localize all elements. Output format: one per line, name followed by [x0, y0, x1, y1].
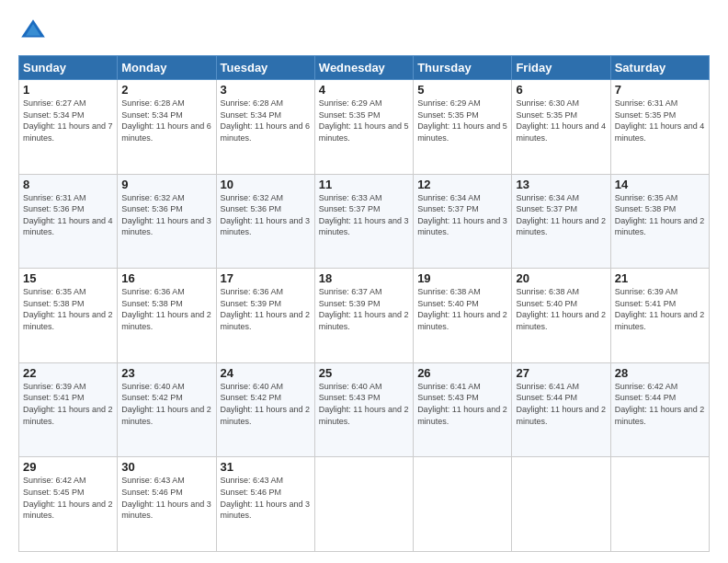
day-number: 20 — [516, 271, 606, 285]
calendar-cell — [314, 457, 413, 552]
day-info: Sunrise: 6:37 AMSunset: 5:39 PMDaylight:… — [319, 287, 409, 331]
weekday-header: Saturday — [610, 56, 709, 80]
calendar-cell: 16 Sunrise: 6:36 AMSunset: 5:38 PMDaylig… — [118, 269, 216, 363]
day-number: 22 — [23, 366, 113, 380]
calendar-cell: 29 Sunrise: 6:42 AMSunset: 5:45 PMDaylig… — [19, 457, 118, 552]
day-info: Sunrise: 6:29 AMSunset: 5:35 PMDaylight:… — [417, 98, 507, 143]
weekday-header: Friday — [512, 56, 610, 80]
day-number: 26 — [417, 366, 507, 380]
day-info: Sunrise: 6:39 AMSunset: 5:41 PMDaylight:… — [615, 287, 705, 331]
calendar-cell: 27 Sunrise: 6:41 AMSunset: 5:44 PMDaylig… — [512, 362, 610, 457]
day-info: Sunrise: 6:43 AMSunset: 5:46 PMDaylight:… — [221, 476, 311, 520]
calendar-cell: 13 Sunrise: 6:34 AMSunset: 5:37 PMDaylig… — [512, 174, 610, 269]
day-info: Sunrise: 6:27 AMSunset: 5:34 PMDaylight:… — [23, 98, 113, 143]
day-number: 7 — [615, 83, 705, 97]
page: SundayMondayTuesdayWednesdayThursdayFrid… — [0, 0, 728, 563]
calendar-cell: 7 Sunrise: 6:31 AMSunset: 5:35 PMDayligh… — [610, 80, 709, 175]
day-info: Sunrise: 6:42 AMSunset: 5:44 PMDaylight:… — [615, 382, 705, 426]
calendar-cell: 9 Sunrise: 6:32 AMSunset: 5:36 PMDayligh… — [118, 174, 216, 269]
day-info: Sunrise: 6:31 AMSunset: 5:35 PMDaylight:… — [615, 98, 705, 143]
calendar-table: SundayMondayTuesdayWednesdayThursdayFrid… — [18, 55, 710, 552]
calendar-cell: 15 Sunrise: 6:35 AMSunset: 5:38 PMDaylig… — [19, 269, 118, 363]
day-info: Sunrise: 6:33 AMSunset: 5:37 PMDaylight:… — [319, 193, 409, 237]
calendar-cell: 8 Sunrise: 6:31 AMSunset: 5:36 PMDayligh… — [19, 174, 118, 269]
day-info: Sunrise: 6:38 AMSunset: 5:40 PMDaylight:… — [417, 287, 507, 331]
day-number: 5 — [417, 83, 507, 97]
day-info: Sunrise: 6:34 AMSunset: 5:37 PMDaylight:… — [516, 193, 606, 237]
day-number: 16 — [121, 271, 211, 285]
day-info: Sunrise: 6:35 AMSunset: 5:38 PMDaylight:… — [615, 193, 705, 237]
day-info: Sunrise: 6:31 AMSunset: 5:36 PMDaylight:… — [23, 193, 113, 237]
day-number: 9 — [121, 178, 211, 191]
calendar-cell: 25 Sunrise: 6:40 AMSunset: 5:43 PMDaylig… — [314, 362, 413, 457]
calendar-week-row: 8 Sunrise: 6:31 AMSunset: 5:36 PMDayligh… — [19, 174, 710, 269]
calendar-cell: 21 Sunrise: 6:39 AMSunset: 5:41 PMDaylig… — [610, 269, 709, 363]
day-number: 12 — [417, 178, 507, 191]
day-number: 25 — [319, 366, 409, 380]
day-number: 13 — [516, 178, 606, 191]
day-info: Sunrise: 6:32 AMSunset: 5:36 PMDaylight:… — [121, 193, 211, 237]
day-info: Sunrise: 6:35 AMSunset: 5:38 PMDaylight:… — [23, 287, 113, 331]
calendar-cell: 4 Sunrise: 6:29 AMSunset: 5:35 PMDayligh… — [314, 80, 413, 175]
weekday-header: Thursday — [414, 56, 512, 80]
day-number: 11 — [319, 178, 409, 191]
weekday-header: Monday — [118, 56, 216, 80]
logo-icon — [18, 17, 48, 46]
calendar-header-row: SundayMondayTuesdayWednesdayThursdayFrid… — [19, 56, 710, 80]
day-number: 10 — [221, 178, 311, 191]
header — [18, 17, 710, 46]
calendar-cell — [610, 457, 709, 552]
calendar-cell: 1 Sunrise: 6:27 AMSunset: 5:34 PMDayligh… — [19, 80, 118, 175]
weekday-header: Wednesday — [314, 56, 413, 80]
calendar-week-row: 22 Sunrise: 6:39 AMSunset: 5:41 PMDaylig… — [19, 362, 710, 457]
day-number: 14 — [615, 178, 705, 191]
day-info: Sunrise: 6:42 AMSunset: 5:45 PMDaylight:… — [23, 476, 113, 520]
day-info: Sunrise: 6:36 AMSunset: 5:38 PMDaylight:… — [121, 287, 211, 331]
day-info: Sunrise: 6:34 AMSunset: 5:37 PMDaylight:… — [417, 193, 507, 237]
day-number: 27 — [516, 366, 606, 380]
day-number: 8 — [23, 178, 113, 191]
day-number: 30 — [121, 460, 211, 474]
calendar-cell: 12 Sunrise: 6:34 AMSunset: 5:37 PMDaylig… — [414, 174, 512, 269]
day-info: Sunrise: 6:43 AMSunset: 5:46 PMDaylight:… — [121, 476, 211, 520]
day-number: 6 — [516, 83, 606, 97]
day-info: Sunrise: 6:32 AMSunset: 5:36 PMDaylight:… — [221, 193, 311, 237]
day-number: 18 — [319, 271, 409, 285]
calendar-cell: 5 Sunrise: 6:29 AMSunset: 5:35 PMDayligh… — [414, 80, 512, 175]
day-info: Sunrise: 6:38 AMSunset: 5:40 PMDaylight:… — [516, 287, 606, 331]
day-number: 4 — [319, 83, 409, 97]
day-number: 3 — [221, 83, 311, 97]
calendar-cell: 10 Sunrise: 6:32 AMSunset: 5:36 PMDaylig… — [216, 174, 314, 269]
day-info: Sunrise: 6:40 AMSunset: 5:42 PMDaylight:… — [221, 382, 311, 426]
day-info: Sunrise: 6:30 AMSunset: 5:35 PMDaylight:… — [516, 98, 606, 143]
calendar-cell: 14 Sunrise: 6:35 AMSunset: 5:38 PMDaylig… — [610, 174, 709, 269]
calendar-cell: 30 Sunrise: 6:43 AMSunset: 5:46 PMDaylig… — [118, 457, 216, 552]
day-number: 17 — [221, 271, 311, 285]
calendar-week-row: 15 Sunrise: 6:35 AMSunset: 5:38 PMDaylig… — [19, 269, 710, 363]
logo — [18, 17, 51, 46]
calendar-cell: 19 Sunrise: 6:38 AMSunset: 5:40 PMDaylig… — [414, 269, 512, 363]
calendar-cell: 22 Sunrise: 6:39 AMSunset: 5:41 PMDaylig… — [19, 362, 118, 457]
calendar-cell: 2 Sunrise: 6:28 AMSunset: 5:34 PMDayligh… — [118, 80, 216, 175]
day-number: 1 — [23, 83, 113, 97]
calendar-cell: 31 Sunrise: 6:43 AMSunset: 5:46 PMDaylig… — [216, 457, 314, 552]
calendar-cell: 6 Sunrise: 6:30 AMSunset: 5:35 PMDayligh… — [512, 80, 610, 175]
calendar-cell: 18 Sunrise: 6:37 AMSunset: 5:39 PMDaylig… — [314, 269, 413, 363]
calendar-cell: 3 Sunrise: 6:28 AMSunset: 5:34 PMDayligh… — [216, 80, 314, 175]
calendar-cell — [414, 457, 512, 552]
calendar-cell: 26 Sunrise: 6:41 AMSunset: 5:43 PMDaylig… — [414, 362, 512, 457]
day-info: Sunrise: 6:40 AMSunset: 5:43 PMDaylight:… — [319, 382, 409, 426]
day-info: Sunrise: 6:28 AMSunset: 5:34 PMDaylight:… — [221, 98, 311, 143]
calendar-cell: 17 Sunrise: 6:36 AMSunset: 5:39 PMDaylig… — [216, 269, 314, 363]
day-number: 15 — [23, 271, 113, 285]
day-info: Sunrise: 6:36 AMSunset: 5:39 PMDaylight:… — [221, 287, 311, 331]
calendar-week-row: 1 Sunrise: 6:27 AMSunset: 5:34 PMDayligh… — [19, 80, 710, 175]
day-number: 31 — [221, 460, 311, 474]
day-number: 29 — [23, 460, 113, 474]
day-number: 28 — [615, 366, 705, 380]
day-number: 2 — [121, 83, 211, 97]
calendar-week-row: 29 Sunrise: 6:42 AMSunset: 5:45 PMDaylig… — [19, 457, 710, 552]
day-info: Sunrise: 6:40 AMSunset: 5:42 PMDaylight:… — [121, 382, 211, 426]
day-info: Sunrise: 6:41 AMSunset: 5:43 PMDaylight:… — [417, 382, 507, 426]
day-info: Sunrise: 6:29 AMSunset: 5:35 PMDaylight:… — [319, 98, 409, 143]
